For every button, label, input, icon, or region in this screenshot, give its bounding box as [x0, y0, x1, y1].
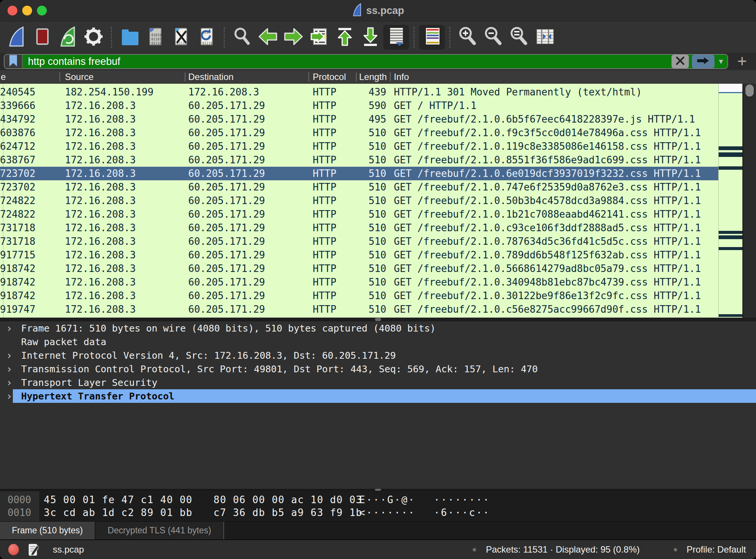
ascii-a: E···G·@· [359, 493, 415, 506]
go-first-packet-button[interactable] [332, 25, 358, 50]
filter-dropdown-button[interactable]: ▾ [715, 57, 727, 66]
stop-capture-button[interactable] [29, 25, 55, 50]
capture-options-button[interactable] [81, 25, 106, 50]
table-row[interactable]: 723702 172.16.208.3 60.205.171.29 HTTP 5… [0, 167, 718, 180]
status-filename: ss.pcap [53, 540, 84, 559]
table-row[interactable]: 724822 172.16.208.3 60.205.171.29 HTTP 5… [0, 194, 718, 207]
tab-decrypted-tls[interactable]: Decrypted TLS (441 bytes) [95, 522, 224, 539]
go-first-packet-icon [335, 26, 355, 49]
zoom-out-button[interactable] [481, 25, 506, 50]
bytes-tab-bar: Frame (510 bytes) Decrypted TLS (441 byt… [0, 521, 756, 539]
add-filter-button[interactable]: + [733, 53, 751, 69]
table-row[interactable]: 624712 172.16.208.3 60.205.171.29 HTTP 5… [0, 140, 718, 153]
cell-destination: 60.205.171.29 [185, 290, 309, 301]
go-forward-button[interactable] [281, 25, 306, 50]
auto-scroll-button[interactable] [383, 25, 409, 50]
intelligent-scrollbar-minimap[interactable] [718, 84, 743, 318]
table-row[interactable]: 918742 172.16.208.3 60.205.171.29 HTTP 5… [0, 275, 718, 289]
status-profile[interactable]: Profile: Default [687, 540, 746, 559]
cell-source: 172.16.208.3 [60, 249, 185, 261]
tab-frame[interactable]: Frame (510 bytes) [0, 522, 95, 539]
save-file-button[interactable]: 010100110101110 [142, 25, 168, 50]
close-file-icon: 01110 [171, 26, 191, 49]
chevron-right-icon[interactable]: › [6, 321, 12, 335]
table-row[interactable]: 724822 172.16.208.3 60.205.171.29 HTTP 5… [0, 207, 718, 221]
go-last-packet-button[interactable] [358, 25, 383, 50]
expert-info-icon[interactable] [8, 544, 19, 555]
splitter-grip-icon[interactable] [375, 318, 381, 321]
column-header-protocol[interactable]: Protocol [309, 70, 356, 84]
column-header-length[interactable]: Length [356, 70, 390, 84]
status-packet-counts: Packets: 11531 · Displayed: 95 (0.8%) [486, 540, 640, 559]
detail-tree-row[interactable]: › Frame 1671: 510 bytes on wire (4080 bi… [0, 321, 756, 335]
detail-tree-row[interactable]: › Internet Protocol Version 4, Src: 172.… [0, 349, 756, 362]
table-row[interactable]: 240545 182.254.150.199 172.16.208.3 HTTP… [0, 85, 718, 99]
cell-protocol: HTTP [309, 209, 356, 220]
ascii-b: ········ [434, 493, 490, 506]
cell-destination: 60.205.171.29 [185, 168, 309, 179]
chevron-right-icon[interactable]: › [6, 389, 12, 403]
column-header-source[interactable]: Source [60, 70, 185, 84]
resize-columns-button[interactable] [532, 25, 558, 50]
detail-tree-row[interactable]: › Transmission Control Protocol, Src Por… [0, 362, 756, 376]
table-row[interactable]: 434792 172.16.208.3 60.205.171.29 HTTP 4… [0, 112, 718, 126]
scrollbar-thumb[interactable] [745, 84, 754, 97]
table-row[interactable]: 917715 172.16.208.3 60.205.171.29 HTTP 5… [0, 248, 718, 262]
column-header-time[interactable]: e [0, 70, 60, 84]
table-row[interactable]: 918742 172.16.208.3 60.205.171.29 HTTP 5… [0, 289, 718, 303]
display-filter-input[interactable]: http contains freebuf [23, 56, 671, 68]
cell-info: HTTP/1.1 301 Moved Permanently (text/htm… [390, 86, 718, 98]
cell-length: 590 [356, 100, 390, 111]
zoom-in-button[interactable] [455, 25, 481, 50]
filter-bar: http contains freebuf ▾ + [0, 53, 756, 71]
pane-splitter[interactable] [0, 318, 756, 321]
chevron-right-icon[interactable]: › [6, 349, 12, 362]
start-capture-button[interactable] [4, 25, 29, 50]
table-row[interactable]: 723702 172.16.208.3 60.205.171.29 HTTP 5… [0, 180, 718, 194]
restart-capture-button[interactable] [55, 25, 81, 50]
column-header-destination[interactable]: Destination [185, 70, 309, 84]
colorize-button[interactable] [419, 25, 445, 50]
table-row[interactable]: 339666 172.16.208.3 60.205.171.29 HTTP 5… [0, 99, 718, 112]
detail-tree-row[interactable]: › Hypertext Transfer Protocol [0, 389, 756, 403]
detail-tree-row[interactable]: Raw packet data [0, 335, 756, 349]
splitter-grip-icon[interactable] [375, 489, 381, 491]
table-row[interactable]: 918742 172.16.208.3 60.205.171.29 HTTP 5… [0, 262, 718, 275]
filter-bookmark-button[interactable] [5, 55, 23, 68]
go-last-packet-icon [360, 26, 381, 49]
capture-comment-icon[interactable] [28, 543, 38, 558]
find-packet-button[interactable] [229, 25, 255, 50]
close-file-button[interactable]: 01110 [168, 25, 194, 50]
table-row[interactable]: 603876 172.16.208.3 60.205.171.29 HTTP 5… [0, 126, 718, 140]
table-row[interactable]: 919747 172.16.208.3 60.205.171.29 HTTP 5… [0, 303, 718, 316]
zoom-reset-button[interactable] [506, 25, 532, 50]
column-header-info[interactable]: Info [390, 70, 756, 84]
cell-time: 624712 [0, 141, 60, 152]
cell-destination: 60.205.171.29 [185, 181, 309, 193]
go-back-button[interactable] [255, 25, 281, 50]
cell-protocol: HTTP [309, 141, 356, 152]
apply-arrow-icon [696, 57, 710, 66]
detail-text: Raw packet data [21, 335, 106, 349]
hex-row[interactable]: 0000 45 00 01 fe 47 c1 40 00 80 06 00 00… [0, 493, 756, 506]
chevron-right-icon[interactable]: › [6, 376, 12, 389]
hex-row[interactable]: 0010 3c cd ab 1d c2 89 01 bb c7 36 db b5… [0, 506, 756, 519]
cell-source: 172.16.208.3 [60, 209, 185, 220]
chevron-right-icon[interactable]: › [6, 362, 12, 376]
table-row[interactable]: 731718 172.16.208.3 60.205.171.29 HTTP 5… [0, 221, 718, 235]
filter-clear-button[interactable] [671, 55, 689, 68]
table-row[interactable]: 731718 172.16.208.3 60.205.171.29 HTTP 5… [0, 235, 718, 248]
ascii-b: ·6···c·· [434, 506, 490, 519]
detail-tree-row[interactable]: › Transport Layer Security [0, 376, 756, 389]
filter-apply-button[interactable] [692, 55, 715, 68]
vertical-scrollbar[interactable] [742, 84, 756, 318]
reload-file-button[interactable]: 101001110 [194, 25, 219, 50]
minimap-mark [719, 231, 743, 234]
table-row[interactable]: 638767 172.16.208.3 60.205.171.29 HTTP 5… [0, 153, 718, 167]
cell-source: 172.16.208.3 [60, 236, 185, 247]
cell-source: 172.16.208.3 [60, 141, 185, 152]
go-to-packet-button[interactable] [306, 25, 332, 50]
open-file-button[interactable] [117, 25, 142, 50]
cell-source: 172.16.208.3 [60, 154, 185, 166]
cell-info: GET /freebuf/2.1.0.787634d5c36fd41c5d5c.… [390, 236, 718, 247]
